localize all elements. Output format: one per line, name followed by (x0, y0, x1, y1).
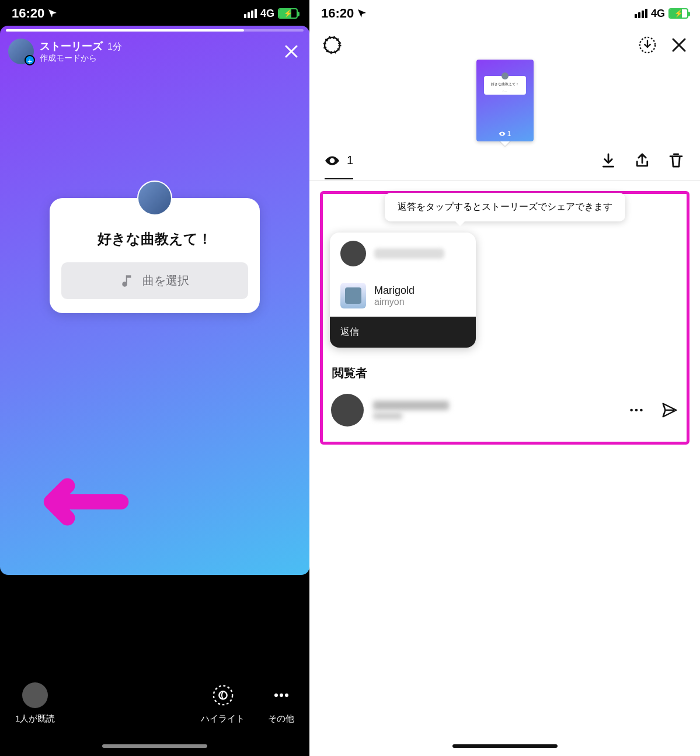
music-question-card: 好きな曲教えて！ 曲を選択 (50, 198, 260, 313)
story-canvas[interactable]: + ストーリーズ1分 作成モードから 好きな曲教えて！ 曲を (0, 26, 309, 575)
view-count-value: 1 (347, 154, 353, 167)
story-footer: 1人が既読 ハイライト その他 (0, 639, 309, 756)
svg-point-7 (630, 409, 633, 412)
seen-avatar-icon (22, 682, 48, 708)
network-label: 4G (260, 8, 274, 20)
status-bar: 16:20 4G ⚡ (309, 0, 700, 26)
story-progress (6, 29, 304, 32)
svg-point-2 (280, 693, 283, 697)
story-settings-button[interactable] (322, 35, 342, 55)
story-view-panel: 16:20 4G ⚡ + ストーリーズ1分 作成モードから (0, 0, 309, 756)
delete-button[interactable] (667, 152, 685, 169)
annotation-arrow-icon (30, 448, 137, 556)
reply-button[interactable]: 返信 (330, 317, 476, 348)
status-time: 16:20 (321, 6, 354, 21)
signal-icon (244, 9, 257, 18)
question-text: 好きな曲教えて！ (61, 230, 248, 248)
story-subtitle: 作成モードから (40, 53, 122, 64)
share-tooltip: 返答をタップするとストーリーズでシェアできます (385, 193, 625, 221)
svg-point-1 (274, 693, 278, 697)
music-response-card[interactable]: Marigold aimyon 返信 (330, 233, 476, 348)
viewers-header: 閲覧者 (332, 365, 677, 381)
battery-icon: ⚡ (668, 8, 688, 19)
select-song-button[interactable]: 曲を選択 (61, 262, 248, 299)
highlight-label: ハイライト (201, 713, 245, 724)
battery-icon: ⚡ (278, 8, 298, 19)
eye-icon (325, 153, 340, 168)
viewer-avatar[interactable] (331, 394, 364, 426)
seen-by-button[interactable]: 1人が既読 (15, 682, 55, 724)
music-note-icon (120, 273, 135, 289)
song-title: Marigold (374, 285, 415, 297)
share-button[interactable] (633, 152, 651, 169)
thumb-view-count: 1 (499, 130, 511, 138)
story-insights-panel: 16:20 4G ⚡ (309, 0, 700, 756)
location-icon (48, 9, 57, 18)
highlight-icon (201, 682, 245, 709)
save-button[interactable] (638, 36, 657, 54)
viewers-tab[interactable]: 1 (325, 153, 353, 179)
story-age: 1分 (107, 41, 122, 51)
status-bar: 16:20 4G ⚡ (0, 0, 309, 26)
seen-count-label: 1人が既読 (15, 713, 55, 724)
svg-point-3 (285, 693, 288, 697)
svg-point-9 (640, 409, 643, 412)
download-button[interactable] (600, 152, 617, 169)
song-artist: aimyon (374, 297, 415, 307)
location-icon (357, 9, 367, 18)
more-icon (268, 682, 294, 709)
svg-point-8 (635, 409, 638, 412)
card-avatar (137, 181, 172, 216)
responder-name-blurred (374, 248, 444, 259)
status-time: 16:20 (12, 6, 44, 21)
close-button[interactable] (671, 37, 687, 53)
select-song-label: 曲を選択 (142, 273, 189, 289)
viewer-sub-blurred (373, 412, 402, 419)
story-title: ストーリーズ (40, 40, 103, 52)
story-avatar[interactable]: + (8, 39, 34, 64)
viewer-row (330, 389, 680, 431)
more-label: その他 (268, 713, 294, 724)
signal-icon (635, 9, 647, 18)
highlight-button[interactable]: ハイライト (201, 682, 245, 724)
more-button[interactable]: その他 (268, 682, 294, 724)
home-indicator[interactable] (102, 744, 207, 748)
story-thumbnail[interactable]: 好きな曲教えて！♪ ... 1 (476, 60, 534, 141)
viewer-more-button[interactable] (628, 402, 645, 418)
album-art-icon (340, 283, 366, 308)
annotation-highlight-box: 返答をタップするとストーリーズでシェアできます Marigold aimyon … (320, 191, 689, 445)
network-label: 4G (651, 8, 665, 20)
close-button[interactable] (281, 41, 301, 61)
add-badge-icon: + (25, 55, 35, 65)
thumb-card: 好きな曲教えて！♪ ... (484, 76, 526, 95)
responder-avatar (340, 241, 366, 266)
send-message-button[interactable] (661, 401, 678, 419)
svg-point-0 (213, 686, 232, 705)
viewer-name-blurred (373, 401, 449, 410)
home-indicator[interactable] (452, 744, 558, 748)
